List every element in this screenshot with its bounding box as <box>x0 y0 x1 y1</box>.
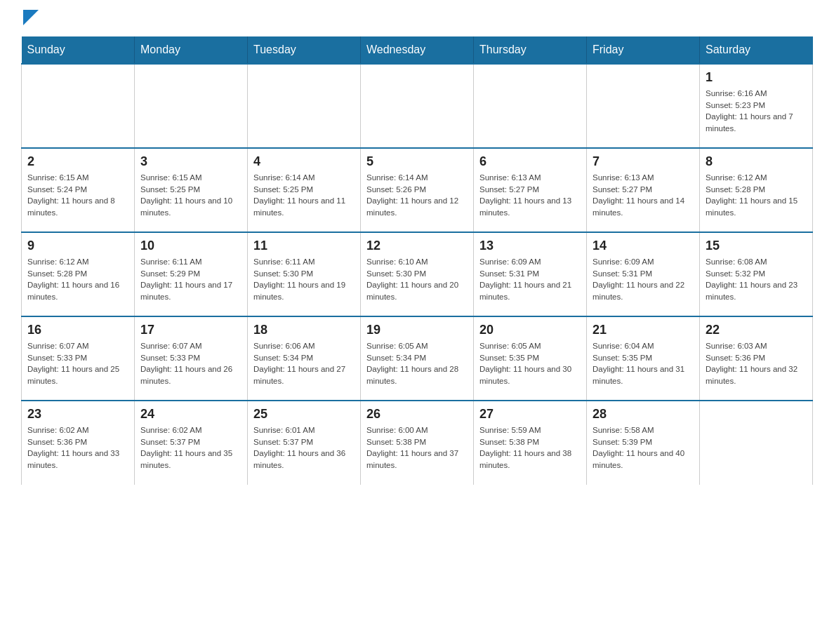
calendar-cell <box>700 401 813 485</box>
day-number: 11 <box>253 239 355 253</box>
calendar-cell: 25Sunrise: 6:01 AM Sunset: 5:37 PM Dayli… <box>248 401 361 485</box>
calendar-cell: 27Sunrise: 5:59 AM Sunset: 5:38 PM Dayli… <box>474 401 587 485</box>
calendar-cell: 6Sunrise: 6:13 AM Sunset: 5:27 PM Daylig… <box>474 148 587 232</box>
week-row-4: 16Sunrise: 6:07 AM Sunset: 5:33 PM Dayli… <box>22 316 813 401</box>
calendar-cell <box>587 64 700 148</box>
weekday-header-row: SundayMondayTuesdayWednesdayThursdayFrid… <box>22 36 813 64</box>
day-number: 16 <box>27 323 128 337</box>
day-info: Sunrise: 6:09 AM Sunset: 5:31 PM Dayligh… <box>479 256 581 303</box>
day-number: 17 <box>140 323 241 337</box>
day-number: 3 <box>140 154 241 169</box>
calendar-cell: 28Sunrise: 5:58 AM Sunset: 5:39 PM Dayli… <box>587 401 700 485</box>
day-number: 22 <box>706 323 807 337</box>
weekday-header-thursday: Thursday <box>474 36 587 64</box>
calendar-cell: 15Sunrise: 6:08 AM Sunset: 5:32 PM Dayli… <box>700 232 813 316</box>
day-number: 6 <box>479 154 581 169</box>
calendar-table: SundayMondayTuesdayWednesdayThursdayFrid… <box>21 36 813 485</box>
calendar-cell: 17Sunrise: 6:07 AM Sunset: 5:33 PM Dayli… <box>135 316 248 401</box>
calendar-cell: 8Sunrise: 6:12 AM Sunset: 5:28 PM Daylig… <box>700 148 813 232</box>
calendar-cell: 20Sunrise: 6:05 AM Sunset: 5:35 PM Dayli… <box>474 316 587 401</box>
day-number: 19 <box>366 323 468 337</box>
weekday-header-saturday: Saturday <box>700 36 813 64</box>
day-info: Sunrise: 5:58 AM Sunset: 5:39 PM Dayligh… <box>593 424 694 471</box>
day-info: Sunrise: 6:13 AM Sunset: 5:27 PM Dayligh… <box>593 172 694 219</box>
day-number: 2 <box>27 154 128 169</box>
day-info: Sunrise: 6:11 AM Sunset: 5:29 PM Dayligh… <box>140 256 241 303</box>
calendar-cell <box>248 64 361 148</box>
weekday-header-monday: Monday <box>135 36 248 64</box>
day-info: Sunrise: 6:10 AM Sunset: 5:30 PM Dayligh… <box>366 256 468 303</box>
week-row-2: 2Sunrise: 6:15 AM Sunset: 5:24 PM Daylig… <box>22 148 813 232</box>
logo-triangle-icon <box>23 10 39 25</box>
calendar-cell: 11Sunrise: 6:11 AM Sunset: 5:30 PM Dayli… <box>248 232 361 316</box>
day-number: 9 <box>27 239 128 253</box>
calendar-cell <box>22 64 135 148</box>
day-number: 8 <box>706 154 807 169</box>
day-number: 13 <box>479 239 581 253</box>
calendar-cell <box>474 64 587 148</box>
calendar-cell: 23Sunrise: 6:02 AM Sunset: 5:36 PM Dayli… <box>22 401 135 485</box>
weekday-header-sunday: Sunday <box>22 36 135 64</box>
week-row-3: 9Sunrise: 6:12 AM Sunset: 5:28 PM Daylig… <box>22 232 813 316</box>
day-number: 20 <box>479 323 581 337</box>
day-info: Sunrise: 6:04 AM Sunset: 5:35 PM Dayligh… <box>593 340 694 387</box>
day-info: Sunrise: 6:01 AM Sunset: 5:37 PM Dayligh… <box>253 424 355 471</box>
day-number: 21 <box>593 323 694 337</box>
day-info: Sunrise: 6:00 AM Sunset: 5:38 PM Dayligh… <box>366 424 468 471</box>
calendar-cell: 16Sunrise: 6:07 AM Sunset: 5:33 PM Dayli… <box>22 316 135 401</box>
calendar-cell: 7Sunrise: 6:13 AM Sunset: 5:27 PM Daylig… <box>587 148 700 232</box>
calendar-cell: 9Sunrise: 6:12 AM Sunset: 5:28 PM Daylig… <box>22 232 135 316</box>
day-info: Sunrise: 6:14 AM Sunset: 5:25 PM Dayligh… <box>253 172 355 219</box>
day-info: Sunrise: 6:15 AM Sunset: 5:25 PM Dayligh… <box>140 172 241 219</box>
day-number: 5 <box>366 154 468 169</box>
day-number: 7 <box>593 154 694 169</box>
day-number: 23 <box>27 407 128 422</box>
day-info: Sunrise: 6:11 AM Sunset: 5:30 PM Dayligh… <box>253 256 355 303</box>
calendar-cell: 14Sunrise: 6:09 AM Sunset: 5:31 PM Dayli… <box>587 232 700 316</box>
day-info: Sunrise: 6:03 AM Sunset: 5:36 PM Dayligh… <box>706 340 807 387</box>
day-info: Sunrise: 6:16 AM Sunset: 5:23 PM Dayligh… <box>706 88 807 135</box>
calendar-cell: 12Sunrise: 6:10 AM Sunset: 5:30 PM Dayli… <box>361 232 474 316</box>
calendar-cell: 26Sunrise: 6:00 AM Sunset: 5:38 PM Dayli… <box>361 401 474 485</box>
day-info: Sunrise: 6:13 AM Sunset: 5:27 PM Dayligh… <box>479 172 581 219</box>
svg-marker-0 <box>23 10 39 25</box>
calendar-cell <box>361 64 474 148</box>
logo <box>21 14 39 22</box>
day-info: Sunrise: 6:12 AM Sunset: 5:28 PM Dayligh… <box>27 256 128 303</box>
day-info: Sunrise: 6:02 AM Sunset: 5:36 PM Dayligh… <box>27 424 128 471</box>
calendar-cell: 3Sunrise: 6:15 AM Sunset: 5:25 PM Daylig… <box>135 148 248 232</box>
calendar-cell <box>135 64 248 148</box>
day-number: 26 <box>366 407 468 422</box>
day-number: 25 <box>253 407 355 422</box>
day-info: Sunrise: 6:14 AM Sunset: 5:26 PM Dayligh… <box>366 172 468 219</box>
day-number: 12 <box>366 239 468 253</box>
calendar-cell: 10Sunrise: 6:11 AM Sunset: 5:29 PM Dayli… <box>135 232 248 316</box>
day-number: 4 <box>253 154 355 169</box>
calendar-cell: 22Sunrise: 6:03 AM Sunset: 5:36 PM Dayli… <box>700 316 813 401</box>
week-row-1: 1Sunrise: 6:16 AM Sunset: 5:23 PM Daylig… <box>22 64 813 148</box>
calendar-cell: 1Sunrise: 6:16 AM Sunset: 5:23 PM Daylig… <box>700 64 813 148</box>
day-info: Sunrise: 6:02 AM Sunset: 5:37 PM Dayligh… <box>140 424 241 471</box>
day-number: 10 <box>140 239 241 253</box>
calendar-cell: 4Sunrise: 6:14 AM Sunset: 5:25 PM Daylig… <box>248 148 361 232</box>
day-number: 15 <box>706 239 807 253</box>
page-header <box>21 14 813 22</box>
calendar-cell: 5Sunrise: 6:14 AM Sunset: 5:26 PM Daylig… <box>361 148 474 232</box>
calendar-cell: 24Sunrise: 6:02 AM Sunset: 5:37 PM Dayli… <box>135 401 248 485</box>
day-number: 18 <box>253 323 355 337</box>
calendar-cell: 2Sunrise: 6:15 AM Sunset: 5:24 PM Daylig… <box>22 148 135 232</box>
day-number: 28 <box>593 407 694 422</box>
day-info: Sunrise: 6:09 AM Sunset: 5:31 PM Dayligh… <box>593 256 694 303</box>
day-number: 14 <box>593 239 694 253</box>
calendar-cell: 21Sunrise: 6:04 AM Sunset: 5:35 PM Dayli… <box>587 316 700 401</box>
day-info: Sunrise: 6:05 AM Sunset: 5:35 PM Dayligh… <box>479 340 581 387</box>
day-info: Sunrise: 6:08 AM Sunset: 5:32 PM Dayligh… <box>706 256 807 303</box>
day-info: Sunrise: 6:07 AM Sunset: 5:33 PM Dayligh… <box>140 340 241 387</box>
week-row-5: 23Sunrise: 6:02 AM Sunset: 5:36 PM Dayli… <box>22 401 813 485</box>
day-info: Sunrise: 6:12 AM Sunset: 5:28 PM Dayligh… <box>706 172 807 219</box>
weekday-header-tuesday: Tuesday <box>248 36 361 64</box>
calendar-cell: 19Sunrise: 6:05 AM Sunset: 5:34 PM Dayli… <box>361 316 474 401</box>
day-info: Sunrise: 6:06 AM Sunset: 5:34 PM Dayligh… <box>253 340 355 387</box>
day-info: Sunrise: 5:59 AM Sunset: 5:38 PM Dayligh… <box>479 424 581 471</box>
day-number: 24 <box>140 407 241 422</box>
